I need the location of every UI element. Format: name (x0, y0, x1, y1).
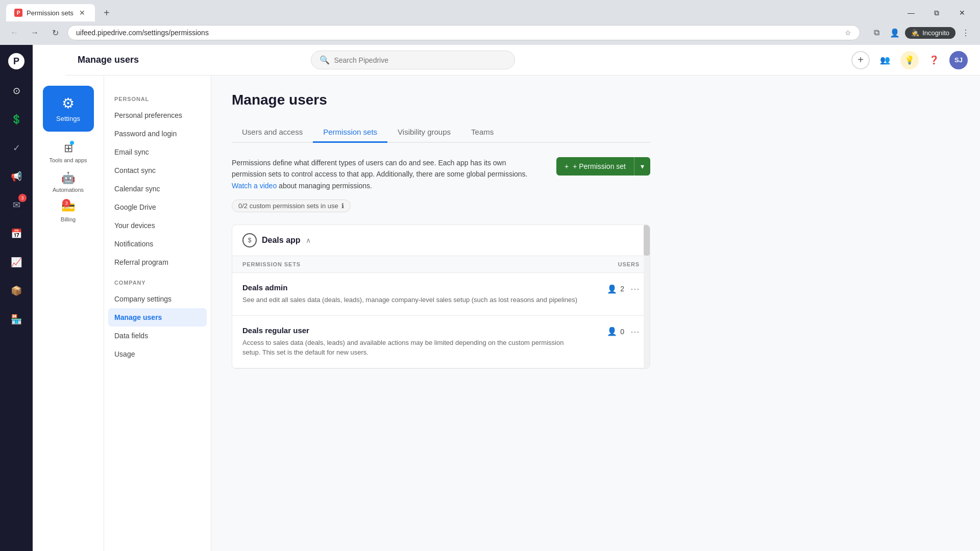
sidebar-password-login[interactable]: Password and login (104, 124, 211, 143)
marketplace-icon: 🏪 (11, 314, 22, 325)
search-icon: 🔍 (320, 55, 330, 65)
search-input[interactable] (334, 56, 506, 64)
main-nav: P ⊙ 💲 ✓ 📢 ✉ 3 📅 📈 📦 🏪 (0, 45, 33, 551)
deals-admin-row: Deals admin See and edit all sales data … (232, 273, 650, 316)
users-icon-button[interactable]: 👥 (876, 51, 894, 69)
nav-item-deals[interactable]: 💲 (4, 106, 29, 133)
description-text: Permissions define what different types … (232, 157, 536, 191)
forward-button[interactable]: → (27, 24, 43, 41)
nav-item-marketplace[interactable]: 🏪 (4, 306, 29, 333)
incognito-icon: 🕵 (911, 29, 919, 37)
billing-nav-item[interactable]: 💳 Billing 3 (61, 201, 76, 222)
tab-users-access[interactable]: Users and access (232, 122, 313, 143)
tab-permission-sets[interactable]: Permission sets (313, 122, 387, 143)
sidebar-personal-preferences[interactable]: Personal preferences (104, 106, 211, 124)
nav-item-reports[interactable]: 📈 (4, 249, 29, 276)
deals-admin-name: Deals admin (242, 283, 578, 292)
sidebar-referral-program[interactable]: Referral program (104, 253, 211, 271)
reports-icon: 📈 (11, 257, 22, 268)
extensions-button[interactable]: ⧉ (868, 24, 885, 41)
permission-table-header: PERMISSION SETS USERS (232, 256, 650, 273)
nav-item-campaigns[interactable]: 📢 (4, 163, 29, 190)
deals-regular-description: Access to sales data (deals, leads) and … (242, 338, 578, 358)
usage-text: 0/2 custom permission sets in use (238, 202, 338, 210)
automations-icon: 🤖 (61, 171, 75, 185)
deals-regular-row: Deals regular user Access to sales data … (232, 316, 650, 368)
targets-icon: ⊙ (11, 85, 22, 96)
deals-app-title: Deals app (262, 236, 301, 245)
sidebar-company-settings[interactable]: Company settings (104, 290, 211, 308)
activities-icon: ✓ (11, 142, 22, 154)
bookmark-icon[interactable]: ☆ (845, 29, 851, 37)
settings-gear-icon: ⚙ (62, 95, 75, 112)
settings-icon-box[interactable]: ⚙ Settings (43, 86, 94, 132)
header-actions: + 👥 💡 ❓ SJ (851, 51, 968, 69)
deals-regular-more-button[interactable]: ⋯ (630, 326, 640, 337)
sidebar-manage-users[interactable]: Manage users (108, 308, 207, 327)
billing-label: Billing (61, 216, 76, 222)
nav-item-targets[interactable]: ⊙ (4, 78, 29, 104)
deals-regular-count: 0 (620, 328, 624, 336)
sidebar-your-devices[interactable]: Your devices (104, 216, 211, 235)
svg-text:P: P (13, 56, 19, 66)
app-logo[interactable]: P (6, 51, 27, 71)
description-part1: Permissions define what different types … (232, 159, 527, 178)
permission-sets-col-header: PERMISSION SETS (242, 261, 578, 267)
browser-tab[interactable]: P Permission sets ✕ (6, 4, 95, 21)
automations-label: Automations (53, 187, 84, 193)
info-icon[interactable]: ℹ (341, 202, 344, 210)
sidebar-usage[interactable]: Usage (104, 345, 211, 363)
back-button[interactable]: ← (6, 24, 22, 41)
user-avatar[interactable]: SJ (949, 51, 968, 69)
scrollbar-thumb[interactable] (644, 225, 650, 256)
sidebar-data-fields[interactable]: Data fields (104, 327, 211, 345)
reload-button[interactable]: ↻ (47, 24, 63, 41)
minimize-button[interactable]: — (899, 5, 923, 21)
menu-button[interactable]: ⋮ (958, 24, 974, 41)
sidebar-contact-sync[interactable]: Contact sync (104, 161, 211, 180)
deals-admin-description: See and edit all sales data (deals, lead… (242, 295, 578, 305)
nav-item-activities[interactable]: ✓ (4, 135, 29, 161)
profile-button[interactable]: 👤 (887, 24, 903, 41)
deals-admin-info: Deals admin See and edit all sales data … (242, 283, 578, 305)
dropdown-arrow-icon[interactable]: ▾ (634, 157, 650, 176)
permission-set-label: + Permission set (573, 162, 626, 170)
watch-video-link[interactable]: Watch a video (232, 182, 277, 190)
tips-button[interactable]: 💡 (900, 51, 919, 69)
add-permission-set-button[interactable]: + + Permission set ▾ (556, 157, 650, 176)
address-bar[interactable]: uifeed.pipedrive.com/settings/permission… (67, 25, 860, 40)
search-bar[interactable]: 🔍 (311, 51, 515, 69)
settings-icon-panel: ⚙ Settings ⊞ Tools and apps 🤖 Automation… (33, 76, 104, 551)
tabs-row: Users and access Permission sets Visibil… (232, 122, 650, 143)
tools-nav-item[interactable]: ⊞ Tools and apps (50, 142, 87, 163)
personal-section-label: PERSONAL (104, 88, 211, 106)
content-area: Manage users Users and access Permission… (211, 76, 980, 551)
new-tab-button[interactable]: + (99, 5, 114, 20)
deals-regular-user-count: 👤 0 (607, 327, 624, 336)
collapse-chevron-icon[interactable]: ∧ (306, 236, 311, 244)
tab-teams[interactable]: Teams (461, 122, 504, 143)
deals-regular-info: Deals regular user Access to sales data … (242, 326, 578, 358)
mail-badge: 3 (18, 194, 27, 202)
tab-close-button[interactable]: ✕ (78, 8, 87, 17)
description-part2: about managing permissions. (279, 182, 372, 190)
close-window-button[interactable]: ✕ (950, 5, 974, 21)
maximize-button[interactable]: ⧉ (925, 5, 948, 21)
automations-nav-item[interactable]: 🤖 Automations (53, 171, 84, 193)
add-button[interactable]: + (851, 51, 870, 69)
calendar-icon: 📅 (11, 228, 22, 239)
deals-regular-users: 👤 0 ⋯ (578, 326, 640, 337)
nav-item-calendar[interactable]: 📅 (4, 220, 29, 247)
deals-regular-name: Deals regular user (242, 326, 578, 335)
sidebar-notifications[interactable]: Notifications (104, 235, 211, 253)
company-section-label: COMPANY (104, 271, 211, 290)
sidebar-google-drive[interactable]: Google Drive (104, 198, 211, 216)
deals-admin-more-button[interactable]: ⋯ (630, 283, 640, 294)
nav-item-products[interactable]: 📦 (4, 278, 29, 304)
tab-visibility-groups[interactable]: Visibility groups (387, 122, 461, 143)
deals-app-card: $ Deals app ∧ PERMISSION SETS USERS Deal… (232, 224, 650, 369)
help-button[interactable]: ❓ (925, 51, 943, 69)
nav-item-mail[interactable]: ✉ 3 (4, 192, 29, 218)
sidebar-email-sync[interactable]: Email sync (104, 143, 211, 161)
sidebar-calendar-sync[interactable]: Calendar sync (104, 180, 211, 198)
